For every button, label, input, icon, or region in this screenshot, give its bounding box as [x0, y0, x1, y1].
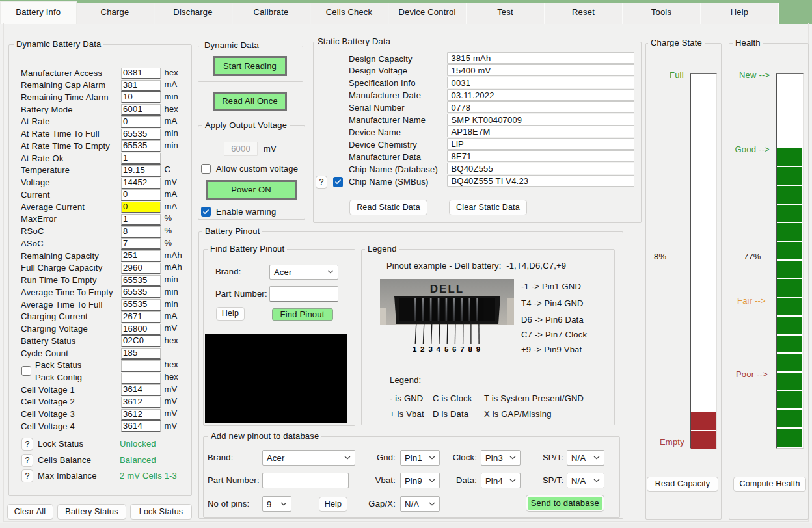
svg-text:6: 6 [452, 345, 457, 353]
svg-text:7: 7 [460, 345, 465, 353]
svg-text:5: 5 [444, 345, 449, 353]
svg-text:3: 3 [428, 345, 433, 353]
svg-text:8: 8 [468, 345, 473, 353]
svg-text:9: 9 [476, 345, 481, 353]
svg-text:1: 1 [413, 345, 417, 353]
svg-text:DELL: DELL [430, 283, 464, 295]
svg-text:4: 4 [437, 345, 441, 353]
svg-text:2: 2 [420, 345, 425, 353]
